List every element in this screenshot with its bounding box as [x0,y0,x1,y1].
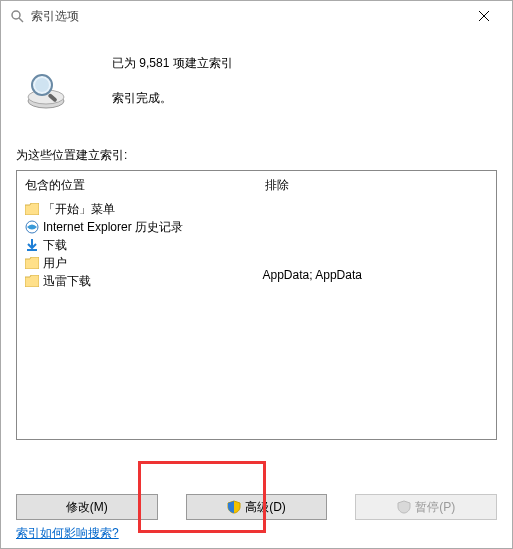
svg-point-0 [12,11,20,19]
svg-line-1 [19,18,23,22]
indexing-status-text: 索引完成。 [112,90,497,107]
list-item-label: 下载 [43,237,67,254]
list-item[interactable]: 用户 [23,254,251,272]
button-label: 高级(D) [245,499,286,516]
magnifier-drive-icon [22,67,70,115]
list-item-label: 迅雷下载 [43,273,91,290]
shield-icon [397,500,411,514]
button-label: 修改(M) [66,499,108,516]
shield-icon [227,500,241,514]
advanced-button[interactable]: 高级(D) [186,494,328,520]
close-button[interactable] [464,1,504,31]
list-item-label: 「开始」菜单 [43,201,115,218]
locations-label: 为这些位置建立索引: [16,147,497,164]
folder-icon [25,202,39,216]
svg-point-7 [35,78,49,92]
button-label: 暂停(P) [415,499,455,516]
list-item-label: Internet Explorer 历史记录 [43,219,183,236]
indexed-count-text: 已为 9,581 项建立索引 [112,55,497,72]
included-header: 包含的位置 [23,177,251,194]
list-item[interactable]: Internet Explorer 历史记录 [23,218,251,236]
folder-icon [25,274,39,288]
pause-button: 暂停(P) [355,494,497,520]
help-link[interactable]: 索引如何影响搜索? [16,526,119,540]
window-title: 索引选项 [31,8,464,25]
folder-icon [25,256,39,270]
excluded-header: 排除 [263,177,491,194]
ie-icon [25,220,39,234]
indexing-options-icon [9,8,25,24]
list-item[interactable]: 迅雷下载 [23,272,251,290]
download-arrow-icon [25,238,39,252]
excluded-text: AppData; AppData [263,268,491,282]
list-item[interactable]: 下载 [23,236,251,254]
list-item-label: 用户 [43,255,67,272]
modify-button[interactable]: 修改(M) [16,494,158,520]
list-item[interactable]: 「开始」菜单 [23,200,251,218]
locations-listbox[interactable]: 包含的位置 「开始」菜单 Internet Explorer 历史记录 [16,170,497,440]
